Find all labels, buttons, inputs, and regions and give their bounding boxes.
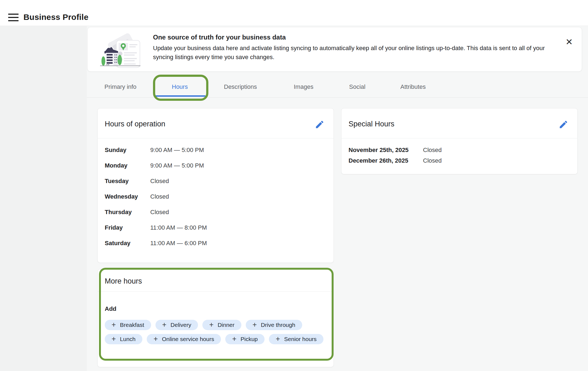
chip-add-dinner[interactable]: + Dinner	[202, 320, 241, 330]
pencil-icon	[315, 120, 325, 129]
more-hours-card: More hours Add + Breakfast + Delivery + …	[97, 269, 334, 367]
more-hours-card-title: More hours	[105, 277, 334, 285]
edit-special-hours-button[interactable]	[558, 119, 569, 130]
hours-row: Saturday 11:00 AM — 6:00 PM	[105, 240, 326, 255]
card-header: Hours of operation	[98, 108, 334, 138]
tab-label: Social	[349, 83, 365, 90]
plus-icon: +	[112, 321, 116, 329]
plus-icon: +	[276, 335, 280, 343]
day-hours-value: 11:00 AM — 8:00 PM	[150, 224, 326, 240]
page-title: Business Profile	[23, 13, 88, 22]
day-label: Saturday	[105, 240, 150, 255]
day-hours-value: 9:00 AM — 5:00 PM	[150, 162, 326, 178]
tab-bar-divider	[87, 97, 588, 98]
hours-rows: Sunday 9:00 AM — 5:00 PM Monday 9:00 AM …	[98, 138, 334, 255]
chip-label: Drive through	[261, 322, 295, 328]
chip-label: Lunch	[120, 336, 136, 342]
special-date-label: December 26th, 2025	[349, 157, 423, 168]
chip-add-lunch[interactable]: + Lunch	[105, 334, 142, 344]
chip-add-senior-hours[interactable]: + Senior hours	[269, 334, 323, 344]
tab-social[interactable]: Social	[349, 78, 365, 95]
chip-add-breakfast[interactable]: + Breakfast	[105, 320, 151, 330]
hours-row: Sunday 9:00 AM — 5:00 PM	[105, 147, 326, 162]
plus-icon: +	[112, 335, 116, 343]
more-hours-body: Add + Breakfast + Delivery + Dinner	[98, 292, 334, 344]
hours-row: Friday 11:00 AM — 8:00 PM	[105, 224, 326, 240]
hours-card-title: Hours of operation	[105, 120, 334, 128]
edit-hours-button[interactable]	[314, 119, 325, 130]
special-date-label: November 25th, 2025	[349, 147, 423, 157]
add-label: Add	[105, 305, 326, 312]
more-hours-chips: + Breakfast + Delivery + Dinner + Drive …	[105, 320, 326, 344]
special-hours-row: November 25th, 2025 Closed	[349, 147, 570, 157]
card-header: More hours	[98, 269, 334, 292]
tab-label: Descriptions	[224, 83, 257, 90]
day-label: Tuesday	[105, 178, 150, 193]
info-banner: One source of truth for your business da…	[87, 27, 582, 72]
menu-icon[interactable]	[8, 14, 19, 21]
day-label: Monday	[105, 162, 150, 178]
chip-label: Dinner	[218, 322, 235, 328]
tab-label: Attributes	[400, 83, 426, 90]
tab-bar: Primary info Hours Descriptions Images S…	[87, 76, 588, 98]
tab-label: Hours	[172, 83, 188, 90]
plus-icon: +	[162, 321, 167, 329]
plus-icon: +	[232, 335, 236, 343]
hours-row: Thursday Closed	[105, 209, 326, 224]
tab-descriptions[interactable]: Descriptions	[224, 78, 257, 95]
day-label: Wednesday	[105, 193, 150, 209]
close-icon[interactable]: ✕	[564, 37, 575, 47]
chip-label: Pickup	[241, 336, 258, 342]
day-label: Friday	[105, 224, 150, 240]
active-tab-indicator	[155, 95, 205, 97]
day-hours-value: Closed	[150, 178, 326, 193]
chip-label: Online service hours	[162, 336, 214, 342]
banner-title: One source of truth for your business da…	[153, 34, 286, 41]
app-bar: Business Profile	[0, 0, 588, 26]
hours-row: Monday 9:00 AM — 5:00 PM	[105, 162, 326, 178]
chip-label: Delivery	[170, 322, 191, 328]
day-hours-value: 11:00 AM — 6:00 PM	[150, 240, 326, 255]
tab-images[interactable]: Images	[294, 78, 313, 95]
day-hours-value: 9:00 AM — 5:00 PM	[150, 147, 326, 162]
hours-row: Tuesday Closed	[105, 178, 326, 193]
plus-icon: +	[154, 335, 158, 343]
day-hours-value: Closed	[150, 209, 326, 224]
chip-add-online-service-hours[interactable]: + Online service hours	[147, 334, 221, 344]
day-label: Sunday	[105, 147, 150, 162]
tab-primary-info[interactable]: Primary info	[104, 78, 136, 95]
plus-icon: +	[253, 321, 257, 329]
tab-label: Primary info	[104, 83, 136, 90]
special-hours-card-title: Special Hours	[349, 120, 577, 128]
special-hours-row: December 26th, 2025 Closed	[349, 157, 570, 168]
tab-label: Images	[294, 83, 313, 90]
business-data-illustration	[97, 29, 146, 70]
hours-row: Wednesday Closed	[105, 193, 326, 209]
pencil-icon	[559, 120, 568, 129]
special-date-value: Closed	[423, 147, 570, 157]
chip-label: Breakfast	[120, 322, 144, 328]
chip-label: Senior hours	[284, 336, 317, 342]
special-hours-rows: November 25th, 2025 Closed December 26th…	[341, 138, 577, 168]
chip-add-delivery[interactable]: + Delivery	[155, 320, 198, 330]
special-date-value: Closed	[423, 157, 570, 168]
day-hours-value: Closed	[150, 193, 326, 209]
tab-attributes[interactable]: Attributes	[400, 78, 426, 95]
hours-of-operation-card: Hours of operation Sunday 9:00 AM — 5:00…	[97, 108, 334, 263]
tab-hours[interactable]: Hours	[172, 78, 188, 95]
banner-description: Update your business data here and activ…	[153, 44, 557, 62]
chip-add-pickup[interactable]: + Pickup	[225, 334, 265, 344]
plus-icon: +	[209, 321, 214, 329]
card-header: Special Hours	[341, 108, 577, 138]
day-label: Thursday	[105, 209, 150, 224]
special-hours-card: Special Hours November 25th, 2025 Closed…	[341, 108, 578, 174]
chip-add-drive-through[interactable]: + Drive through	[246, 320, 302, 330]
